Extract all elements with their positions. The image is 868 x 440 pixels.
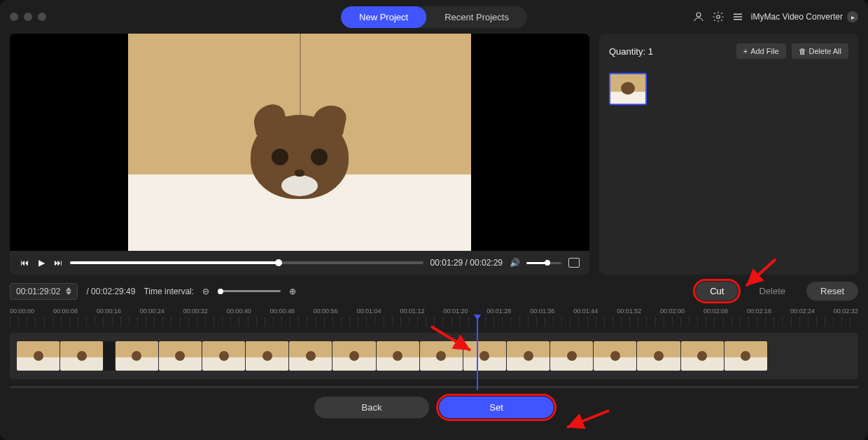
ruler-label: 00:02:16 (747, 308, 771, 315)
ruler-label: 00:01:04 (357, 308, 382, 315)
plus-icon: + (743, 47, 748, 55)
maximize-window-icon[interactable] (38, 13, 46, 21)
interval-label: Time interval: (144, 287, 194, 296)
back-button[interactable]: Back (314, 397, 429, 418)
duration-label: / 00:02:29:49 (86, 287, 135, 296)
brand-play-icon: ▸ (847, 11, 858, 22)
clip-frame[interactable] (377, 341, 419, 371)
delete-button[interactable]: Delete (745, 282, 799, 301)
footer-buttons: Back Set (10, 397, 858, 418)
volume-slider[interactable] (526, 262, 561, 264)
add-file-button[interactable]: +Add File (736, 43, 786, 59)
close-window-icon[interactable] (10, 13, 18, 21)
ruler-label: 00:00:32 (183, 308, 208, 315)
trash-icon: 🗑 (799, 47, 806, 55)
fullscreen-icon[interactable] (568, 258, 580, 268)
time-display: 00:01:29 / 00:02:29 (430, 258, 503, 268)
clip-frame[interactable] (463, 341, 506, 371)
quantity-label: Quantity: 1 (609, 46, 653, 57)
ruler-label: 00:01:20 (443, 308, 468, 315)
ruler-label: 00:00:00 (10, 308, 34, 315)
clip-frame[interactable] (681, 341, 724, 371)
skip-forward-icon[interactable]: ⏭ (53, 258, 63, 268)
tab-recent-projects[interactable]: Recent Projects (426, 6, 527, 28)
timeline-ruler[interactable]: 00:00:0000:00:0800:00:1600:00:2400:00:32… (10, 308, 858, 329)
ruler-label: 00:00:48 (270, 308, 295, 315)
ruler-label: 00:02:08 (704, 308, 728, 315)
account-icon[interactable] (692, 11, 705, 23)
timeline-scrollbar[interactable] (10, 386, 858, 388)
ruler-label: 00:00:08 (53, 308, 78, 315)
clip-frame[interactable] (594, 341, 636, 371)
skip-back-icon[interactable]: ⏮ (20, 258, 29, 268)
ruler-label: 00:01:36 (530, 308, 554, 315)
play-icon[interactable]: ▶ (36, 258, 46, 268)
window-controls (10, 13, 46, 21)
header-tools: iMyMac Video Converter ▸ (692, 11, 858, 23)
timecode-up-icon[interactable] (66, 287, 71, 291)
clip-frame[interactable] (724, 341, 767, 371)
ruler-label: 00:00:24 (140, 308, 164, 315)
timecode-input[interactable]: 00:01:29:02 (10, 283, 78, 300)
zoom-in-icon[interactable]: ⊕ (289, 287, 296, 296)
svg-point-0 (696, 13, 701, 17)
ruler-label: 00:01:28 (486, 308, 511, 315)
clip-frame[interactable] (332, 341, 375, 371)
zoom-out-icon[interactable]: ⊖ (202, 287, 209, 296)
ruler-label: 00:02:00 (660, 308, 685, 315)
set-button[interactable]: Set (439, 397, 554, 418)
ruler-label: 00:00:16 (97, 308, 121, 315)
clip-frame[interactable] (289, 341, 332, 371)
ruler-label: 00:00:40 (227, 308, 251, 315)
tab-new-project[interactable]: New Project (341, 6, 426, 28)
clip-frame[interactable] (637, 341, 680, 371)
interval-slider[interactable] (218, 290, 281, 292)
ruler-label: 00:02:32 (834, 308, 858, 315)
timeline-track[interactable] (10, 333, 858, 379)
ruler-label: 00:01:44 (573, 308, 598, 315)
minimize-window-icon[interactable] (24, 13, 32, 21)
clip-frame[interactable] (115, 341, 158, 371)
settings-icon[interactable] (712, 11, 724, 23)
player-controls: ⏮ ▶ ⏭ 00:01:29 / 00:02:29 🔊 (10, 251, 589, 275)
video-preview[interactable] (10, 34, 589, 251)
cut-button[interactable]: Cut (696, 282, 738, 301)
ruler-label: 00:00:56 (314, 308, 338, 315)
titlebar: New Project Recent Projects iMyMac Video… (0, 0, 868, 34)
reset-button[interactable]: Reset (806, 282, 858, 301)
clip-frame[interactable] (507, 341, 550, 371)
playhead[interactable] (477, 319, 478, 390)
ruler-label: 00:02:24 (790, 308, 815, 315)
timeline-toolbar: 00:01:29:02 / 00:02:29:49 Time interval:… (10, 282, 858, 301)
delete-all-button[interactable]: 🗑Delete All (792, 43, 848, 59)
preview-panel: ⏮ ▶ ⏭ 00:01:29 / 00:02:29 🔊 (10, 34, 589, 275)
timecode-down-icon[interactable] (66, 291, 71, 295)
ruler-label: 00:01:12 (400, 308, 424, 315)
brand-label: iMyMac Video Converter ▸ (751, 11, 858, 22)
clip-frame[interactable] (17, 341, 59, 371)
svg-point-1 (717, 15, 720, 19)
menu-icon[interactable] (732, 11, 744, 23)
project-tabs: New Project Recent Projects (341, 6, 527, 28)
ruler-label: 00:01:52 (617, 308, 641, 315)
progress-bar[interactable] (70, 261, 424, 264)
clip-frame[interactable] (246, 341, 288, 371)
clip-frame[interactable] (159, 341, 202, 371)
volume-icon[interactable]: 🔊 (510, 258, 519, 268)
clip-frame[interactable] (60, 341, 103, 371)
clip-frame[interactable] (550, 341, 593, 371)
clip-frame[interactable] (420, 341, 463, 371)
clip-gap (104, 341, 114, 371)
clip-frame[interactable] (202, 341, 245, 371)
clip-thumbnail[interactable] (609, 73, 647, 105)
clip-list-panel: Quantity: 1 +Add File 🗑Delete All (599, 34, 858, 275)
